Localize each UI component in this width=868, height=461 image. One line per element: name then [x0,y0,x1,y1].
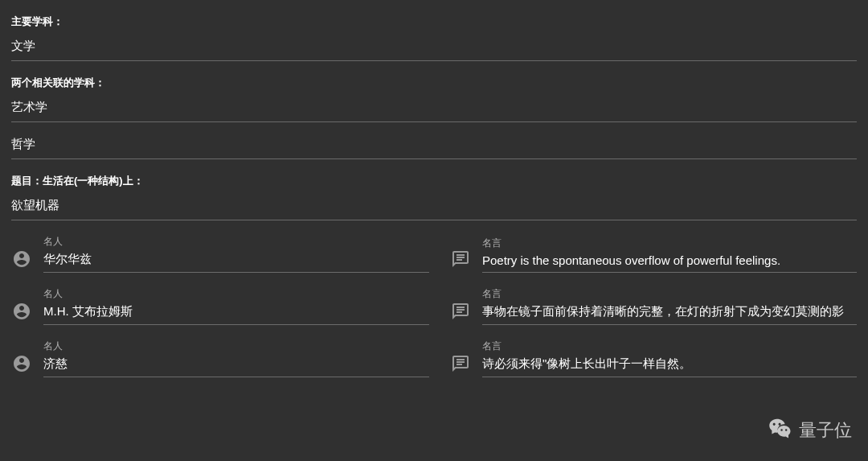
famous-row: 名人 M.H. 艾布拉姆斯 名言 事物在镜子面前保持着清晰的完整，在灯的折射下成… [11,287,857,325]
person-input[interactable]: M.H. 艾布拉姆斯 [43,304,429,325]
message-icon [450,249,471,270]
watermark: 量子位 [768,416,852,445]
related-subject-2-input[interactable]: 哲学 [11,137,857,159]
person-col: 名人 华尔华兹 [11,235,429,273]
person-mini-label: 名人 [43,340,429,353]
main-subject-input[interactable]: 文学 [11,39,857,61]
famous-row: 名人 济慈 名言 诗必须来得"像树上长出叶子一样自然。 [11,340,857,377]
person-icon [11,249,32,270]
quote-mini-label: 名言 [482,287,857,301]
message-icon [450,301,471,322]
quote-input[interactable]: 诗必须来得"像树上长出叶子一样自然。 [482,356,857,377]
wechat-icon [768,416,792,445]
quote-mini-label: 名言 [482,340,857,353]
person-input[interactable]: 济慈 [43,356,429,377]
related-subjects-label: 两个相关联的学科： [11,76,857,90]
quote-input[interactable]: Poetry is the spontaneous overflow of po… [482,253,857,273]
person-input[interactable]: 华尔华兹 [43,252,429,273]
quote-col: 名言 诗必须来得"像树上长出叶子一样自然。 [450,340,857,377]
quote-mini-label: 名言 [482,237,857,250]
watermark-text: 量子位 [799,418,852,442]
title-structure-input[interactable]: 欲望机器 [11,198,857,220]
person-col: 名人 济慈 [11,340,429,377]
famous-rows: 名人 华尔华兹 名言 Poetry is the spontaneous ove… [11,235,857,377]
quote-input[interactable]: 事物在镜子面前保持着清晰的完整，在灯的折射下成为变幻莫测的影 [482,304,857,325]
main-subject-label: 主要学科： [11,14,857,29]
person-mini-label: 名人 [43,235,429,249]
quote-col: 名言 Poetry is the spontaneous overflow of… [450,235,857,273]
person-mini-label: 名人 [43,287,429,301]
person-col: 名人 M.H. 艾布拉姆斯 [11,287,429,325]
title-structure-label: 题目：生活在(一种结构)上： [11,174,857,188]
quote-col: 名言 事物在镜子面前保持着清晰的完整，在灯的折射下成为变幻莫测的影 [450,287,857,325]
related-subject-1-input[interactable]: 艺术学 [11,100,857,122]
person-icon [11,353,32,374]
person-icon [11,301,32,322]
message-icon [450,353,471,374]
famous-row: 名人 华尔华兹 名言 Poetry is the spontaneous ove… [11,235,857,273]
